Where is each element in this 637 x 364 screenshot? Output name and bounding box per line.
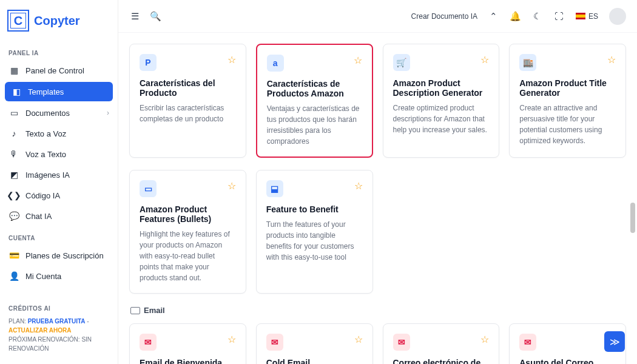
sidebar-item-dashboard[interactable]: ▦ Panel de Control (0, 60, 118, 81)
sidebar-item-plans[interactable]: 💳 Planes de Suscripción (0, 245, 118, 266)
sidebar-item-images[interactable]: ◩ Imágenes IA (0, 164, 118, 185)
star-icon[interactable]: ☆ (480, 54, 489, 66)
section-label: Email (144, 306, 165, 315)
plan-line: PLAN: PRUEBA GRATUITA - ACTUALIZAR AHORA (8, 317, 109, 335)
template-card[interactable]: P ☆ Características del Producto Escribi… (129, 44, 246, 158)
plan-icon: 💳 (8, 251, 19, 260)
card-title: Amazon Product Description Generator (393, 78, 490, 98)
card-title: Email de Bienvenida (140, 358, 236, 364)
cart-icon: 🛒 (393, 54, 410, 71)
sidebar-item-label: Panel de Control (25, 66, 84, 75)
sidebar-item-label: Imágenes IA (25, 170, 70, 180)
mail-icon: ✉ (519, 334, 536, 351)
card-title: Características del Producto (140, 78, 236, 98)
template-grid-1: P ☆ Características del Producto Escribi… (129, 44, 626, 158)
chevron-up-icon[interactable]: ⌃ (488, 11, 499, 22)
card-title: Asunto del Correo Electrónico (519, 358, 616, 364)
card-title: Cold Email (266, 358, 363, 364)
star-icon[interactable]: ☆ (354, 180, 363, 192)
sidebar-item-account[interactable]: 👤 Mi Cuenta (0, 266, 118, 286)
chat-icon: 💬 (8, 211, 19, 221)
scrollbar-thumb[interactable] (630, 203, 635, 233)
mail-icon: ✉ (393, 334, 410, 351)
document-icon: ▭ (8, 108, 19, 118)
template-card[interactable]: ✉ ☆ Correo electrónico de seguimiento Cr… (383, 323, 500, 364)
sidebar-footer: CRÉDITOS AI PLAN: PRUEBA GRATUITA - ACTU… (0, 298, 118, 359)
sidebar-item-stt[interactable]: 🎙 Voz a Texto (0, 144, 118, 164)
wave-icon: ♪ (8, 129, 19, 138)
sidebar-item-label: Chat IA (25, 212, 52, 221)
card-desc: Highlight the key features of your produ… (140, 229, 236, 283)
bullets-icon: ▭ (140, 180, 157, 197)
chevron-up-double-icon: ≫ (610, 336, 620, 348)
amazon-icon: a (267, 55, 284, 72)
scroll-top-button[interactable]: ≫ (604, 331, 625, 352)
card-desc: Create an attractive and persuasive titl… (519, 103, 616, 146)
sidebar-item-code[interactable]: ❮❯ Código IA (0, 185, 118, 206)
content-area: P ☆ Características del Producto Escribi… (118, 33, 637, 364)
card-title: Amazon Product Features (Bullets) (140, 204, 236, 224)
sidebar-section-panel: PANEL IA (0, 41, 118, 60)
star-icon[interactable]: ☆ (354, 55, 362, 66)
template-card[interactable]: ▭ ☆ Amazon Product Features (Bullets) Hi… (129, 170, 246, 294)
sidebar-item-chat[interactable]: 💬 Chat IA (0, 206, 118, 226)
brand-logo[interactable]: C Copyter (0, 5, 118, 41)
bell-icon[interactable]: 🔔 (510, 11, 521, 22)
brand-name: Copyter (34, 14, 80, 28)
chevron-right-icon: › (107, 109, 109, 117)
template-card[interactable]: ✉ ☆ Email de Bienvenida Crea emails de b… (129, 323, 246, 364)
flag-es-icon (576, 13, 585, 19)
star-icon[interactable]: ☆ (354, 334, 363, 345)
brand-mark: C (7, 10, 29, 32)
star-icon[interactable]: ☆ (228, 334, 236, 345)
dark-mode-icon[interactable]: ☾ (532, 11, 543, 22)
sidebar-item-label: Código IA (25, 191, 60, 200)
card-desc: Create optimized product descriptions fo… (393, 103, 490, 135)
star-icon[interactable]: ☆ (228, 54, 236, 66)
fullscreen-icon[interactable]: ⛶ (554, 11, 565, 22)
card-title: Amazon Product Title Generator (519, 78, 616, 98)
sidebar-item-label: Documentos (25, 109, 70, 118)
product-icon: P (140, 54, 157, 71)
template-grid-email: ✉ ☆ Email de Bienvenida Crea emails de b… (129, 323, 626, 364)
mic-icon: 🎙 (8, 149, 19, 159)
template-grid-2: ▭ ☆ Amazon Product Features (Bullets) Hi… (129, 170, 626, 294)
email-icon (130, 307, 140, 314)
avatar[interactable] (609, 8, 626, 25)
language-selector[interactable]: ES (576, 12, 598, 21)
star-icon[interactable]: ☆ (607, 54, 616, 66)
plan-name[interactable]: PRUEBA GRATUITA (28, 318, 86, 325)
template-card-amazon-features[interactable]: a ☆ Características de Productos Amazon … (256, 44, 373, 158)
sidebar-item-templates[interactable]: ◧ Templates (5, 82, 113, 101)
sidebar-item-label: Planes de Suscripción (25, 251, 104, 260)
template-card[interactable]: ⬓ ☆ Feature to Benefit Turn the features… (256, 170, 373, 294)
sidebar: C Copyter PANEL IA ▦ Panel de Control ◧ … (0, 0, 118, 364)
menu-toggle-icon[interactable]: ☰ (129, 11, 140, 22)
star-icon[interactable]: ☆ (228, 180, 236, 192)
mail-icon: ✉ (266, 334, 283, 351)
sidebar-item-label: Texto a Voz (25, 129, 66, 138)
grid-icon: ▦ (8, 66, 19, 75)
sidebar-item-documents[interactable]: ▭ Documentos › (0, 103, 118, 123)
sidebar-item-label: Mi Cuenta (25, 272, 61, 281)
sidebar-section-account: CUENTA (0, 226, 118, 245)
card-desc: Ventajas y características de tus produc… (267, 103, 362, 147)
sidebar-section-credits: CRÉDITOS AI (8, 304, 109, 317)
template-card[interactable]: ✉ ☆ Cold Email Crea correos electrónicos… (256, 323, 373, 364)
create-document-button[interactable]: Crear Documento IA (411, 12, 477, 21)
template-card[interactable]: 🛒 ☆ Amazon Product Description Generator… (383, 44, 500, 158)
topbar: ☰ 🔍 Crear Documento IA ⌃ 🔔 ☾ ⛶ ES (118, 0, 637, 33)
template-card[interactable]: 🏬 ☆ Amazon Product Title Generator Creat… (509, 44, 626, 158)
sidebar-item-label: Voz a Texto (25, 150, 66, 159)
sidebar-item-tts[interactable]: ♪ Texto a Voz (0, 123, 118, 144)
template-icon: ◧ (11, 87, 22, 96)
benefit-icon: ⬓ (266, 180, 283, 197)
star-icon[interactable]: ☆ (480, 334, 489, 345)
card-title: Correo electrónico de seguimiento (393, 358, 490, 364)
card-desc: Turn the features of your products into … (266, 219, 363, 263)
upgrade-link[interactable]: ACTUALIZAR AHORA (8, 327, 72, 334)
user-icon: 👤 (8, 271, 19, 281)
search-icon[interactable]: 🔍 (150, 11, 161, 22)
card-desc: Escribir las características completas d… (140, 103, 236, 124)
lang-code: ES (588, 12, 598, 21)
